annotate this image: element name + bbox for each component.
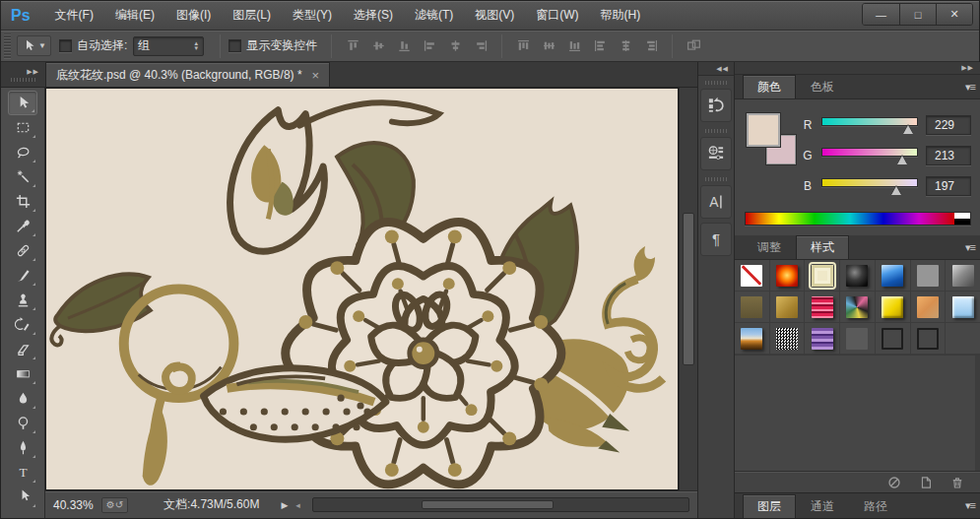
- style-blue-gloss[interactable]: [882, 265, 903, 287]
- R-value-field[interactable]: 229: [926, 115, 971, 135]
- panel-menu-icon[interactable]: ▾≡: [965, 81, 975, 94]
- align-vcenter-button[interactable]: [366, 35, 390, 57]
- horizontal-scrollbar[interactable]: [312, 497, 689, 512]
- new-style-button[interactable]: [918, 475, 934, 490]
- maximize-button[interactable]: □: [899, 4, 936, 25]
- document-tab[interactable]: 底纹花纹.psd @ 40.3% (Background, RGB/8) * ×: [45, 62, 330, 87]
- tab-路径[interactable]: 路径: [849, 494, 902, 518]
- style-metal-gradient[interactable]: [952, 265, 974, 287]
- eraser-tool[interactable]: [8, 337, 37, 361]
- toolbox-grip-handle[interactable]: [11, 78, 36, 82]
- tab-样式[interactable]: 样式: [796, 235, 849, 259]
- panel-menu-icon[interactable]: ▾≡: [965, 499, 975, 512]
- dock-grip-handle[interactable]: [705, 129, 727, 133]
- auto-align-button[interactable]: [682, 35, 705, 57]
- style-noise[interactable]: [776, 328, 798, 350]
- path-select-tool[interactable]: [8, 485, 37, 509]
- R-slider[interactable]: [821, 115, 918, 135]
- dist-hcenter-button[interactable]: [614, 35, 637, 57]
- dock-grip-handle[interactable]: [705, 81, 727, 85]
- menu-item-10[interactable]: 帮助(H): [590, 1, 652, 30]
- dodge-tool[interactable]: [8, 411, 37, 435]
- history-panel-button[interactable]: [700, 89, 732, 122]
- G-value-field[interactable]: 213: [926, 146, 971, 165]
- menu-item-7[interactable]: 滤镜(T): [404, 1, 464, 30]
- dist-left-button[interactable]: [588, 35, 612, 57]
- close-button[interactable]: ✕: [936, 4, 972, 25]
- color-spectrum-ramp[interactable]: [745, 212, 971, 226]
- R-slider-thumb[interactable]: [903, 125, 913, 134]
- style-outline-2[interactable]: [917, 328, 939, 350]
- scroll-left-arrow-icon[interactable]: ◂: [295, 500, 300, 510]
- menu-item-3[interactable]: 图像(I): [165, 1, 222, 30]
- paragraph-panel-button[interactable]: ¶: [700, 223, 732, 256]
- tab-图层[interactable]: 图层: [743, 494, 796, 518]
- type-tool[interactable]: T: [8, 460, 37, 485]
- minimize-button[interactable]: —: [863, 4, 899, 25]
- B-slider-thumb[interactable]: [891, 186, 901, 195]
- style-flat-dark[interactable]: [846, 328, 868, 350]
- style-purple-stripes[interactable]: [812, 328, 833, 350]
- clear-style-button[interactable]: [886, 475, 902, 490]
- tab-调整[interactable]: 调整: [743, 235, 796, 259]
- gradient-tool[interactable]: [8, 361, 37, 386]
- menu-item-9[interactable]: 窗口(W): [525, 1, 589, 30]
- delete-style-button[interactable]: [949, 475, 965, 490]
- lasso-tool[interactable]: [8, 140, 37, 164]
- style-flat-gray[interactable]: [917, 265, 939, 287]
- align-left-button[interactable]: [418, 35, 441, 57]
- dist-top-button[interactable]: [511, 35, 535, 57]
- style-olive[interactable]: [741, 296, 762, 318]
- character-panel-button[interactable]: A: [700, 185, 732, 219]
- align-hcenter-button[interactable]: [443, 35, 467, 57]
- show-transform-checkbox[interactable]: [229, 39, 241, 52]
- current-tool-button[interactable]: ▼: [17, 35, 51, 56]
- dist-vcenter-button[interactable]: [537, 35, 560, 57]
- zoom-level[interactable]: 40.33%: [53, 498, 94, 512]
- foreground-color-swatch[interactable]: [747, 113, 780, 147]
- status-gears-icon[interactable]: ⚙↺: [101, 497, 128, 513]
- menu-item-4[interactable]: 图层(L): [222, 1, 282, 30]
- menu-item-1[interactable]: 文件(F): [44, 1, 104, 30]
- align-right-button[interactable]: [469, 35, 492, 57]
- close-tab-icon[interactable]: ×: [312, 68, 320, 83]
- spectrum-bw-swatches[interactable]: [954, 213, 970, 225]
- menu-item-8[interactable]: 视图(V): [464, 1, 525, 30]
- move-tool[interactable]: [8, 91, 37, 115]
- align-top-button[interactable]: [341, 35, 364, 57]
- menu-item-5[interactable]: 类型(Y): [282, 1, 343, 30]
- style-blue-bevel[interactable]: [952, 296, 974, 318]
- style-gold-gradient[interactable]: [776, 296, 798, 318]
- style-none[interactable]: [741, 265, 762, 287]
- tab-通道[interactable]: 通道: [796, 494, 849, 518]
- marquee-tool[interactable]: [8, 115, 37, 140]
- blur-tool[interactable]: [8, 386, 37, 411]
- style-sun-glow[interactable]: [776, 265, 798, 287]
- style-yellow-bevel[interactable]: [882, 296, 903, 318]
- menu-item-2[interactable]: 编辑(E): [104, 1, 165, 30]
- B-slider[interactable]: [821, 176, 918, 196]
- properties-panel-button[interactable]: [700, 137, 732, 170]
- tab-色板[interactable]: 色板: [796, 75, 849, 98]
- wand-tool[interactable]: [8, 164, 37, 189]
- history-brush-tool[interactable]: [8, 312, 37, 337]
- vertical-scrollbar[interactable]: [679, 88, 697, 490]
- vertical-scrollbar-thumb[interactable]: [683, 213, 694, 365]
- hue-ramp[interactable]: [746, 213, 954, 225]
- style-sunset[interactable]: [741, 328, 762, 350]
- stamp-tool[interactable]: [8, 288, 37, 312]
- style-cream-outline-selected[interactable]: [812, 265, 833, 287]
- status-flyout-arrow-icon[interactable]: ▶: [281, 500, 288, 510]
- options-grip-handle[interactable]: [4, 33, 11, 59]
- healing-tool[interactable]: [8, 238, 37, 263]
- B-slider-track[interactable]: [821, 178, 918, 187]
- crop-tool[interactable]: [8, 189, 37, 214]
- style-peach-gradient[interactable]: [917, 296, 939, 318]
- collapse-toolbox-icon[interactable]: ▶▶: [27, 68, 45, 76]
- align-bottom-button[interactable]: [392, 35, 416, 57]
- style-red-stripes[interactable]: [812, 296, 833, 318]
- toolbox-header[interactable]: ▶▶: [1, 62, 45, 87]
- dock-grip-handle[interactable]: [705, 177, 727, 181]
- tab-颜色[interactable]: 颜色: [743, 75, 796, 98]
- dist-bottom-button[interactable]: [562, 35, 586, 57]
